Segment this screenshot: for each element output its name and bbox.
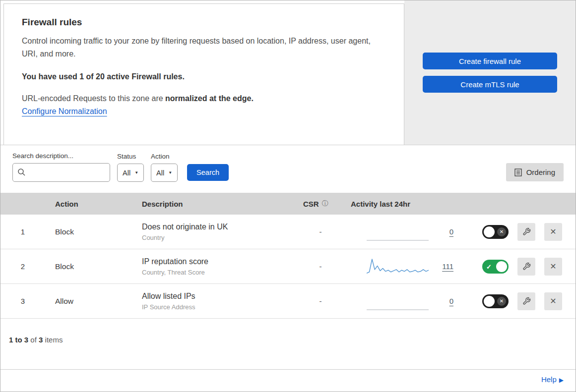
- status-filter-group: Status All▼: [117, 153, 144, 182]
- rule-priority: 2: [0, 262, 45, 271]
- rule-activity-cell: 111: [348, 257, 474, 277]
- rule-fields: Country, Threat Score: [142, 269, 293, 276]
- summary-of: of: [28, 336, 39, 344]
- rule-action: Block: [45, 262, 132, 271]
- activity-sparkline: [367, 257, 429, 277]
- search-group: Search description...: [12, 152, 110, 182]
- chevron-down-icon: ▼: [168, 170, 172, 175]
- header-description: Description: [132, 200, 293, 208]
- rules-usage-text: You have used 1 of 20 active Firewall ru…: [22, 72, 386, 81]
- pagination-summary: 1 to 3 of 3 items: [0, 319, 576, 351]
- rule-description-cell: Allow listed IPs IP Source Address: [132, 292, 293, 311]
- rule-description-cell: Does not originate in UK Country: [132, 223, 293, 241]
- header-csr: CSRⓘ: [293, 199, 348, 208]
- edit-rule-button[interactable]: [517, 223, 535, 241]
- create-mtls-rule-button[interactable]: Create mTLS rule: [423, 76, 557, 93]
- delete-rule-button[interactable]: ✕: [544, 292, 562, 310]
- rule-fields: IP Source Address: [142, 303, 293, 311]
- rule-activity-cell: 0: [348, 291, 474, 311]
- status-dropdown[interactable]: All▼: [117, 164, 144, 182]
- action-filter-group: Action All▼: [151, 153, 178, 182]
- header-action: Action: [45, 200, 132, 208]
- page-description: Control incoming traffic to your zone by…: [22, 35, 379, 60]
- configure-normalization-link[interactable]: Configure Normalization: [22, 107, 107, 116]
- rule-action: Allow: [45, 297, 132, 306]
- rule-enabled-toggle[interactable]: ✓ ✕: [482, 260, 509, 274]
- search-button[interactable]: Search: [187, 164, 229, 181]
- rule-csr-value: -: [293, 262, 348, 271]
- action-dropdown[interactable]: All▼: [151, 164, 178, 182]
- ordering-button[interactable]: Ordering: [506, 163, 564, 181]
- search-field-wrap: [12, 163, 110, 182]
- toggle-knob: [484, 226, 495, 237]
- overview-section: Firewall rules Control incoming traffic …: [0, 0, 576, 145]
- activity-count-link[interactable]: 0: [449, 297, 453, 305]
- rule-controls: ✓ ✕ ✕: [474, 292, 576, 310]
- search-input[interactable]: [12, 163, 110, 182]
- normalization-prefix: URL-encoded Requests to this zone are: [22, 94, 165, 103]
- delete-rule-button[interactable]: ✕: [544, 223, 562, 241]
- toggle-knob: [484, 296, 495, 307]
- normalization-text: URL-encoded Requests to this zone are no…: [22, 94, 386, 103]
- arrow-right-icon: ▶: [559, 377, 564, 384]
- info-icon[interactable]: ⓘ: [322, 199, 328, 208]
- rule-description: Allow listed IPs: [142, 292, 293, 301]
- status-dropdown-value: All: [123, 169, 130, 177]
- overview-card: Firewall rules Control incoming traffic …: [3, 3, 404, 145]
- toggle-x-icon: ✕: [497, 227, 506, 236]
- wrench-icon: [522, 262, 531, 271]
- firewall-rules-page: Firewall rules Control incoming traffic …: [0, 0, 576, 392]
- wrench-icon: [522, 227, 531, 236]
- rule-csr-value: -: [293, 297, 348, 305]
- activity-count-link[interactable]: 111: [442, 262, 453, 271]
- rule-description: Does not originate in UK: [142, 223, 293, 231]
- rule-controls: ✓ ✕ ✕: [474, 258, 576, 276]
- table-row: 1 Block Does not originate in UK Country…: [0, 215, 576, 249]
- search-label: Search description...: [12, 152, 110, 160]
- rule-priority: 1: [0, 227, 45, 236]
- cta-panel: Create firewall rule Create mTLS rule: [404, 0, 576, 145]
- toggle-check-icon: ✓: [486, 263, 492, 270]
- toggle-knob: [496, 261, 507, 272]
- header-activity: Activity last 24hr: [348, 200, 474, 208]
- status-label: Status: [117, 153, 144, 160]
- edit-rule-button[interactable]: [517, 292, 535, 310]
- activity-sparkline: [367, 222, 429, 242]
- summary-range: 1 to 3: [9, 336, 28, 344]
- rule-controls: ✓ ✕ ✕: [474, 223, 576, 241]
- rule-priority: 3: [0, 297, 45, 305]
- table-row: 3 Allow Allow listed IPs IP Source Addre…: [0, 284, 576, 319]
- rule-enabled-toggle[interactable]: ✓ ✕: [482, 225, 509, 239]
- rule-description-cell: IP reputation score Country, Threat Scor…: [132, 257, 293, 276]
- table-row: 2 Block IP reputation score Country, Thr…: [0, 249, 576, 284]
- action-dropdown-value: All: [156, 169, 164, 177]
- create-firewall-rule-button[interactable]: Create firewall rule: [423, 53, 557, 69]
- rule-description: IP reputation score: [142, 257, 293, 266]
- normalization-bold: normalized at the edge.: [165, 94, 254, 103]
- edit-rule-button[interactable]: [517, 258, 535, 276]
- close-icon: ✕: [550, 262, 556, 271]
- header-csr-label: CSR: [303, 200, 319, 208]
- ordering-button-label: Ordering: [526, 168, 555, 176]
- list-icon: [514, 168, 522, 176]
- help-bar: Help▶: [0, 369, 576, 392]
- delete-rule-button[interactable]: ✕: [544, 258, 562, 276]
- page-title: Firewall rules: [22, 17, 386, 28]
- summary-items: items: [43, 336, 63, 344]
- activity-count-link[interactable]: 0: [449, 227, 453, 236]
- filter-bar: Search description... Status All▼ Action…: [0, 145, 576, 193]
- rule-enabled-toggle[interactable]: ✓ ✕: [482, 294, 509, 308]
- toggle-x-icon: ✕: [497, 297, 506, 306]
- help-link[interactable]: Help: [541, 375, 557, 384]
- chevron-down-icon: ▼: [134, 170, 138, 175]
- rule-fields: Country: [142, 234, 293, 241]
- close-icon: ✕: [550, 227, 556, 236]
- activity-sparkline: [367, 291, 429, 311]
- wrench-icon: [522, 297, 531, 305]
- table-header: Action Description CSRⓘ Activity last 24…: [0, 193, 576, 215]
- close-icon: ✕: [550, 296, 556, 306]
- rule-activity-cell: 0: [348, 222, 474, 242]
- action-label: Action: [151, 153, 178, 160]
- rule-action: Block: [45, 227, 132, 236]
- rule-csr-value: -: [293, 227, 348, 236]
